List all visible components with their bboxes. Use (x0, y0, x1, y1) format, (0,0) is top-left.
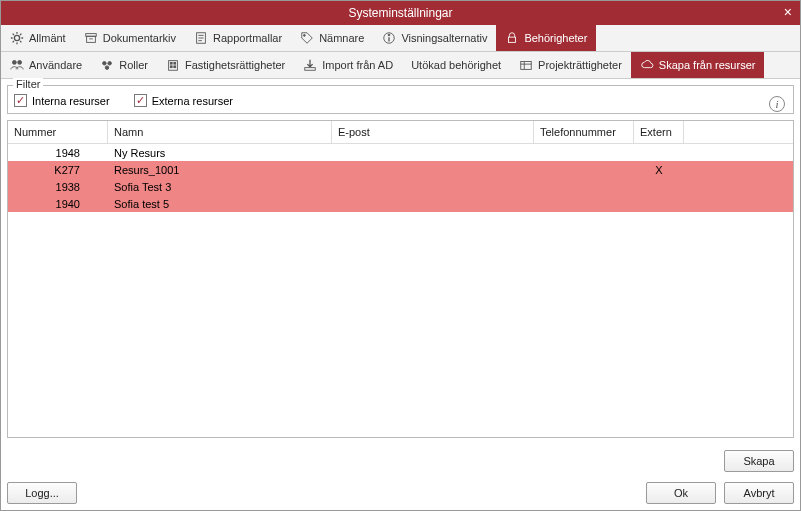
cloud-icon (640, 58, 654, 72)
svg-point-8 (304, 35, 306, 37)
grid-header: Nummer Namn E-post Telefonnummer Extern (8, 121, 793, 144)
tab-behörigheter[interactable]: Behörigheter (496, 25, 596, 51)
tag-icon (300, 31, 314, 45)
cell-email (332, 203, 534, 205)
cell-email (332, 169, 534, 171)
tab-label: Behörigheter (524, 32, 587, 44)
cell-number: K277 (8, 163, 108, 177)
tab-import-från-ad[interactable]: Import från AD (294, 52, 402, 78)
tab-roller[interactable]: Roller (91, 52, 157, 78)
tab-label: Nämnare (319, 32, 364, 44)
tab-användare[interactable]: Användare (1, 52, 91, 78)
main-tabs: AllmäntDokumentarkivRapportmallarNämnare… (1, 25, 800, 52)
svg-point-13 (12, 60, 16, 64)
tab-label: Roller (119, 59, 148, 71)
roles-icon (100, 58, 114, 72)
cell-name: Resurs_1001 (108, 163, 332, 177)
svg-point-11 (389, 34, 391, 36)
checkbox-external[interactable]: ✓ Externa resurser (134, 94, 233, 107)
window-title: Systeminställningar (348, 6, 452, 20)
tab-label: Import från AD (322, 59, 393, 71)
cell-extern: X (634, 163, 684, 177)
svg-point-0 (14, 35, 19, 40)
cell-name: Ny Resurs (108, 146, 332, 160)
tab-label: Visningsalternativ (401, 32, 487, 44)
col-header-extern[interactable]: Extern (634, 121, 684, 143)
cell-name: Sofia Test 3 (108, 180, 332, 194)
checkbox-internal[interactable]: ✓ Interna resurser (14, 94, 110, 107)
cell-number: 1948 (8, 146, 108, 160)
table-row[interactable]: 1938Sofia Test 3 (8, 178, 793, 195)
cell-number: 1940 (8, 197, 108, 211)
tab-label: Skapa från resurser (659, 59, 756, 71)
tab-rapportmallar[interactable]: Rapportmallar (185, 25, 291, 51)
ok-button[interactable]: Ok (646, 482, 716, 504)
tab-label: Rapportmallar (213, 32, 282, 44)
tab-visningsalternativ[interactable]: Visningsalternativ (373, 25, 496, 51)
cell-extern (634, 186, 684, 188)
tab-nämnare[interactable]: Nämnare (291, 25, 373, 51)
grid-body[interactable]: 1948Ny ResursK277Resurs_1001X1938Sofia T… (8, 144, 793, 437)
table-row[interactable]: 1948Ny Resurs (8, 144, 793, 161)
cell-extern (634, 152, 684, 154)
project-icon (519, 58, 533, 72)
svg-rect-20 (174, 62, 176, 64)
gear-icon (10, 31, 24, 45)
data-grid: Nummer Namn E-post Telefonnummer Extern … (7, 120, 794, 438)
cancel-button[interactable]: Avbryt (724, 482, 794, 504)
svg-point-15 (103, 62, 107, 66)
check-icon: ✓ (14, 94, 27, 107)
titlebar: Systeminställningar × (1, 1, 800, 25)
info-icon[interactable]: i (769, 96, 785, 112)
col-header-number[interactable]: Nummer (8, 121, 108, 143)
table-row[interactable]: K277Resurs_1001X (8, 161, 793, 178)
cell-number: 1938 (8, 180, 108, 194)
window: Systeminställningar × AllmäntDokumentark… (0, 0, 801, 511)
filter-legend: Filter (13, 78, 43, 90)
svg-point-17 (105, 66, 109, 70)
tab-allmänt[interactable]: Allmänt (1, 25, 75, 51)
cell-name: Sofia test 5 (108, 197, 332, 211)
tab-label: Användare (29, 59, 82, 71)
create-button[interactable]: Skapa (724, 450, 794, 472)
users-icon (10, 58, 24, 72)
svg-rect-21 (170, 66, 172, 68)
tab-fastighetsrättigheter[interactable]: Fastighetsrättigheter (157, 52, 294, 78)
cell-phone (534, 152, 634, 154)
log-button[interactable]: Logg... (7, 482, 77, 504)
import-icon (303, 58, 317, 72)
tab-skapa-från-resurser[interactable]: Skapa från resurser (631, 52, 765, 78)
tab-label: Dokumentarkiv (103, 32, 176, 44)
col-header-name[interactable]: Namn (108, 121, 332, 143)
report-icon (194, 31, 208, 45)
tab-label: Projekträttigheter (538, 59, 622, 71)
tab-label: Fastighetsrättigheter (185, 59, 285, 71)
cell-email (332, 152, 534, 154)
col-header-phone[interactable]: Telefonnummer (534, 121, 634, 143)
tab-label: Utökad behörighet (411, 59, 501, 71)
svg-rect-24 (521, 62, 532, 70)
footer: Logg... Skapa Ok Avbryt (1, 444, 800, 510)
svg-rect-22 (174, 66, 176, 68)
cell-phone (534, 203, 634, 205)
svg-point-14 (18, 60, 22, 64)
svg-rect-19 (170, 62, 172, 64)
archive-icon (84, 31, 98, 45)
check-icon: ✓ (134, 94, 147, 107)
checkbox-internal-label: Interna resurser (32, 95, 110, 107)
svg-rect-23 (305, 68, 316, 71)
cell-phone (534, 186, 634, 188)
tab-utökad-behörighet[interactable]: Utökad behörighet (402, 52, 510, 78)
cell-phone (534, 169, 634, 171)
svg-rect-12 (509, 37, 516, 42)
tab-dokumentarkiv[interactable]: Dokumentarkiv (75, 25, 185, 51)
sub-tabs: AnvändareRollerFastighetsrättigheterImpo… (1, 52, 800, 79)
table-row[interactable]: 1940Sofia test 5 (8, 195, 793, 212)
tab-projekträttigheter[interactable]: Projekträttigheter (510, 52, 631, 78)
lock-icon (505, 31, 519, 45)
close-icon[interactable]: × (784, 4, 792, 20)
cell-email (332, 186, 534, 188)
cell-extern (634, 203, 684, 205)
checkbox-external-label: Externa resurser (152, 95, 233, 107)
col-header-email[interactable]: E-post (332, 121, 534, 143)
